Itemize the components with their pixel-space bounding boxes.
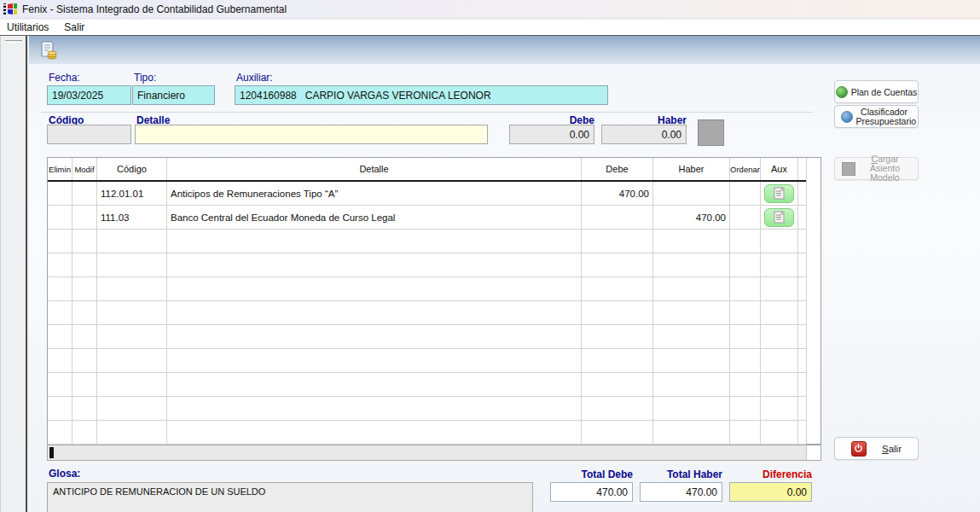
- cell-modif[interactable]: [72, 182, 97, 205]
- cell-modif: [72, 253, 97, 276]
- header-detalle[interactable]: Detalle: [167, 158, 582, 180]
- table-row: [48, 373, 806, 397]
- cell-debe[interactable]: [582, 206, 653, 229]
- glosa-textarea[interactable]: ANTICIPO DE REMUNERACION DE UN SUELDO: [47, 482, 533, 512]
- window-title: Fenix - Sistema Integrado de Contabilida…: [22, 3, 287, 15]
- cell-codigo: [97, 253, 167, 276]
- cell-elimin: [48, 277, 72, 300]
- vertical-scrollbar[interactable]: [806, 158, 821, 444]
- cell-pad[interactable]: [798, 182, 806, 205]
- cell-aux: [761, 325, 798, 348]
- cell-debe: [582, 373, 653, 396]
- horizontal-scrollbar[interactable]: [47, 445, 821, 461]
- cell-codigo: [97, 421, 167, 444]
- header-ordenar[interactable]: Ordenar: [730, 158, 761, 180]
- header-modif[interactable]: Modif: [72, 158, 97, 180]
- table-row[interactable]: 112.01.01Anticipos de Remuneraciones Tip…: [48, 182, 806, 206]
- tipo-field[interactable]: Financiero: [132, 85, 215, 105]
- cell-detalle: [167, 325, 582, 348]
- app-logo-icon: [3, 3, 18, 15]
- cell-aux: [761, 349, 798, 372]
- cell-aux[interactable]: [761, 182, 798, 205]
- header-elimin[interactable]: Elimin: [48, 158, 72, 180]
- cell-elimin[interactable]: [48, 206, 72, 229]
- green-sphere-icon: [836, 86, 848, 98]
- total-debe-field: 470.00: [550, 482, 633, 502]
- header-debe[interactable]: Debe: [582, 158, 653, 180]
- cell-ordenar[interactable]: [730, 182, 761, 205]
- plan-de-cuentas-button[interactable]: Plan de Cuentas: [834, 80, 919, 103]
- cell-haber: [653, 421, 730, 444]
- cell-modif: [72, 301, 97, 324]
- cell-modif: [72, 230, 97, 253]
- cell-codigo[interactable]: 111.03: [97, 206, 167, 229]
- cell-codigo: [97, 325, 167, 348]
- cell-aux: [761, 397, 798, 420]
- horizontal-scrollbar-thumb[interactable]: [49, 447, 54, 458]
- table-row: [48, 253, 806, 277]
- header-codigo[interactable]: Código: [97, 158, 167, 180]
- fecha-label: Fecha:: [49, 72, 80, 84]
- cell-haber[interactable]: [653, 182, 730, 205]
- cell-aux[interactable]: [761, 206, 798, 229]
- cell-haber: [653, 230, 730, 253]
- splitter-grip[interactable]: [5, 40, 22, 43]
- aux-detail-button[interactable]: [764, 184, 794, 203]
- menu-salir[interactable]: Salir: [64, 21, 84, 33]
- table-body: 112.01.01Anticipos de Remuneraciones Tip…: [48, 182, 806, 445]
- haber-input[interactable]: 0.00: [601, 125, 687, 144]
- detalle-input[interactable]: [135, 125, 488, 144]
- cell-codigo: [97, 230, 167, 253]
- clasificador-presupuestario-button[interactable]: Clasificador Presupuestario: [834, 105, 919, 128]
- header-aux[interactable]: Aux: [761, 158, 798, 180]
- cell-detalle[interactable]: Banco Central del Ecuador Moneda de Curs…: [167, 206, 582, 229]
- cell-detalle: [167, 230, 582, 253]
- tipo-label: Tipo:: [134, 72, 156, 84]
- cell-elimin[interactable]: [48, 182, 72, 205]
- salir-label: Salir: [882, 444, 902, 454]
- fecha-field[interactable]: 19/03/2025: [47, 85, 131, 105]
- left-splitter-panel[interactable]: [0, 36, 27, 512]
- cell-ordenar[interactable]: [730, 206, 761, 229]
- cell-haber: [653, 349, 730, 372]
- table-row: [48, 277, 806, 301]
- cell-pad[interactable]: [798, 206, 806, 229]
- debe-input[interactable]: 0.00: [509, 125, 594, 144]
- cell-elimin: [48, 301, 72, 324]
- cell-debe: [582, 301, 653, 324]
- codigo-input[interactable]: [47, 125, 131, 144]
- aux-detail-button[interactable]: [764, 208, 794, 227]
- table-row[interactable]: 111.03Banco Central del Ecuador Moneda d…: [48, 206, 806, 230]
- total-haber-label: Total Haber: [640, 468, 722, 480]
- menu-utilitarios[interactable]: Utilitarios: [7, 21, 49, 33]
- cell-pad: [798, 349, 806, 372]
- salir-button[interactable]: Salir: [834, 437, 919, 460]
- cell-aux: [761, 230, 798, 253]
- scrollbar-corner: [806, 445, 821, 460]
- cell-pad: [798, 277, 806, 300]
- diferencia-label: Diferencia: [729, 468, 812, 480]
- cell-modif: [72, 277, 97, 300]
- add-entry-button[interactable]: [698, 119, 724, 146]
- cargar-asiento-modelo-button[interactable]: Cargar Asiento Modelo: [834, 157, 919, 180]
- cell-pad: [798, 373, 806, 396]
- main-panel: Fecha: 19/03/2025 Tipo: Financiero Auxil…: [29, 36, 980, 512]
- cell-detalle: [167, 277, 582, 300]
- cell-haber[interactable]: 470.00: [653, 206, 730, 229]
- cell-detalle: [167, 349, 582, 372]
- cell-codigo[interactable]: 112.01.01: [97, 182, 167, 205]
- cell-haber: [653, 397, 730, 420]
- cell-aux: [761, 277, 798, 300]
- cell-modif[interactable]: [72, 206, 97, 229]
- cell-ordenar: [730, 230, 761, 253]
- cell-ordenar: [730, 397, 761, 420]
- cell-codigo: [97, 397, 167, 420]
- cell-detalle[interactable]: Anticipos de Remuneraciones Tipo “A”: [167, 182, 582, 205]
- new-voucher-icon[interactable]: [39, 41, 58, 60]
- cell-haber: [653, 253, 730, 276]
- header-haber[interactable]: Haber: [653, 158, 730, 180]
- cell-debe[interactable]: 470.00: [582, 182, 653, 205]
- cell-pad: [798, 230, 806, 253]
- cell-aux: [761, 421, 798, 444]
- auxiliar-field[interactable]: 1204160988 CARPIO VARGAS VERONICA LEONOR: [235, 85, 608, 105]
